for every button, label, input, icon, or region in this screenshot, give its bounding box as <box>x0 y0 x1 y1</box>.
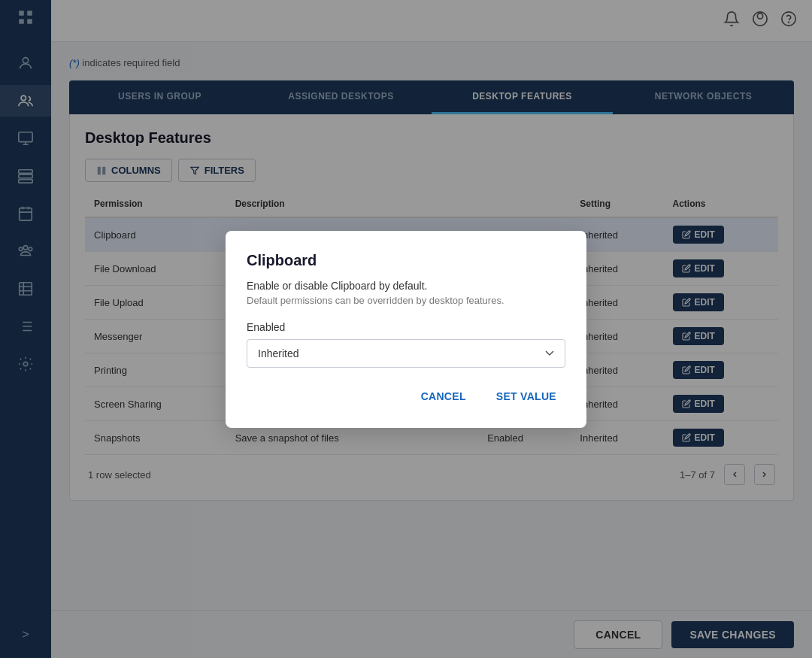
modal-set-value-button[interactable]: SET VALUE <box>487 386 565 407</box>
modal-description: Enable or disable Clipboard by default. <box>247 280 565 292</box>
modal-cancel-button[interactable]: CANCEL <box>412 386 475 407</box>
modal-title: Clipboard <box>247 252 565 269</box>
modal-overlay[interactable]: Clipboard Enable or disable Clipboard by… <box>0 0 812 658</box>
modal-field-label: Enabled <box>247 321 565 333</box>
modal-actions: CANCEL SET VALUE <box>247 386 565 407</box>
modal-enabled-select[interactable]: InheritedEnabledDisabled <box>247 339 565 368</box>
modal: Clipboard Enable or disable Clipboard by… <box>226 231 586 428</box>
modal-subdescription: Default permissions can be overridden by… <box>247 295 565 306</box>
